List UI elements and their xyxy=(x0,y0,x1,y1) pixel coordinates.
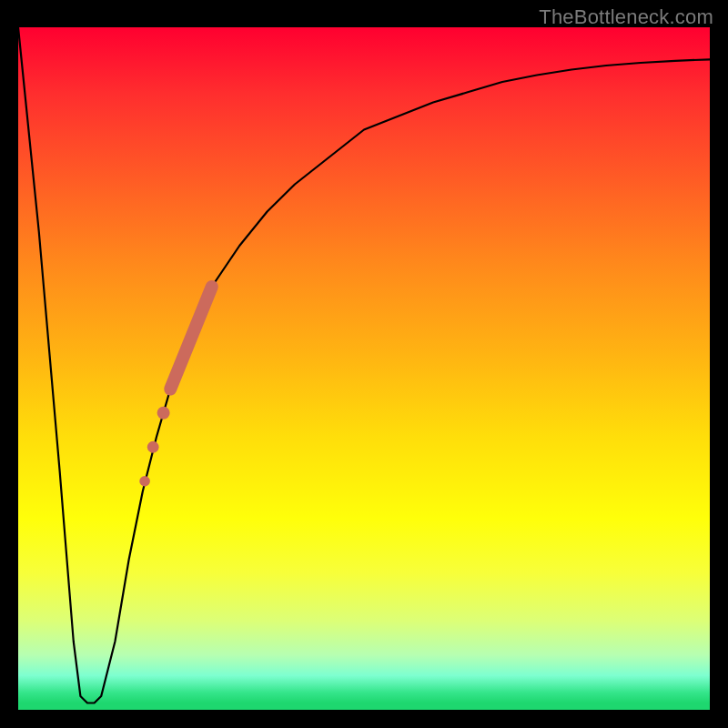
watermark-text: TheBottleneck.com xyxy=(539,5,713,29)
highlight-dot xyxy=(139,476,150,487)
chart-frame: TheBottleneck.com xyxy=(0,0,728,728)
highlight-segment xyxy=(170,287,212,389)
highlight-dot xyxy=(147,441,159,453)
highlight-dots xyxy=(139,407,169,487)
bottleneck-curve xyxy=(18,27,710,703)
highlight-dot xyxy=(157,407,170,420)
chart-svg xyxy=(18,27,710,710)
plot-area xyxy=(18,27,710,710)
